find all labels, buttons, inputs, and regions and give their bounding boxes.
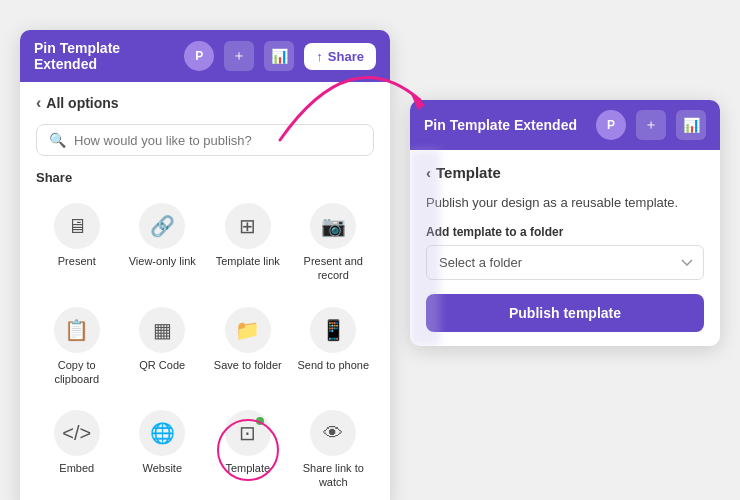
left-panel-body: ‹ All options 🔍 Share 🖥 Present 🔗 View-o… (20, 82, 390, 500)
right-template-panel: Pin Template Extended P ＋ 📊 ‹ Template P… (410, 100, 720, 346)
add-icon-btn[interactable]: ＋ (224, 41, 254, 71)
grid-item-template-label: Template (225, 461, 270, 475)
present-icon: 🖥 (54, 203, 100, 249)
grid-item-qr-code[interactable]: ▦ QR Code (122, 299, 204, 395)
grid-item-send-phone-label: Send to phone (297, 358, 369, 372)
grid-item-view-only[interactable]: 🔗 View-only link (122, 195, 204, 291)
embed-icon: </> (54, 410, 100, 456)
template-icon: ⊡ (225, 410, 271, 456)
section-share-label: Share (36, 170, 374, 185)
grid-item-share-watch-label: Share link to watch (297, 461, 371, 490)
grid-item-qr-code-label: QR Code (139, 358, 185, 372)
search-icon: 🔍 (49, 132, 66, 148)
present-record-icon: 📷 (310, 203, 356, 249)
grid-item-template[interactable]: ⊡ Template (207, 402, 289, 498)
grid-item-website[interactable]: 🌐 Website (122, 402, 204, 498)
qr-code-icon: ▦ (139, 307, 185, 353)
analytics-icon-btn[interactable]: 📊 (264, 41, 294, 71)
grid-item-present-label: Present (58, 254, 96, 268)
publish-template-button[interactable]: Publish template (426, 294, 704, 332)
folder-label: Add template to a folder (426, 225, 704, 239)
send-phone-icon: 📱 (310, 307, 356, 353)
right-panel-title: Pin Template Extended (424, 117, 586, 133)
right-avatar: P (596, 110, 626, 140)
grid-item-template-link-label: Template link (216, 254, 280, 268)
website-icon: 🌐 (139, 410, 185, 456)
template-link-icon: ⊞ (225, 203, 271, 249)
grid-item-copy-clipboard-label: Copy to clipboard (40, 358, 114, 387)
left-share-panel: Pin Template Extended P ＋ 📊 ↑ Share ‹ Al… (20, 30, 390, 500)
grid-item-save-folder[interactable]: 📁 Save to folder (207, 299, 289, 395)
grid-item-share-watch[interactable]: 👁 Share link to watch (293, 402, 375, 498)
blur-strip (410, 150, 440, 346)
grid-item-save-folder-label: Save to folder (214, 358, 282, 372)
share-options-grid: 🖥 Present 🔗 View-only link ⊞ Template li… (36, 195, 374, 498)
folder-select[interactable]: Select a folder (426, 245, 704, 280)
grid-item-copy-clipboard[interactable]: 📋 Copy to clipboard (36, 299, 118, 395)
grid-item-send-phone[interactable]: 📱 Send to phone (293, 299, 375, 395)
template-description: Publish your design as a reusable templa… (426, 193, 704, 213)
right-add-icon-btn[interactable]: ＋ (636, 110, 666, 140)
view-only-icon: 🔗 (139, 203, 185, 249)
grid-item-present-record[interactable]: 📷 Present and record (293, 195, 375, 291)
grid-item-present[interactable]: 🖥 Present (36, 195, 118, 291)
share-button[interactable]: ↑ Share (304, 43, 376, 70)
share-icon: ↑ (316, 49, 323, 64)
grid-item-website-label: Website (142, 461, 182, 475)
search-box[interactable]: 🔍 (36, 124, 374, 156)
green-dot-indicator (256, 417, 264, 425)
left-panel-header: Pin Template Extended P ＋ 📊 ↑ Share (20, 30, 390, 82)
grid-item-present-record-label: Present and record (297, 254, 371, 283)
save-folder-icon: 📁 (225, 307, 271, 353)
grid-item-view-only-label: View-only link (129, 254, 196, 268)
back-arrow-icon: ‹ (36, 94, 41, 112)
copy-clipboard-icon: 📋 (54, 307, 100, 353)
right-panel-header: Pin Template Extended P ＋ 📊 (410, 100, 720, 150)
right-panel-body: ‹ Template Publish your design as a reus… (410, 150, 720, 346)
search-input[interactable] (74, 133, 361, 148)
grid-item-embed[interactable]: </> Embed (36, 402, 118, 498)
left-panel-title: Pin Template Extended (34, 40, 174, 72)
grid-item-embed-label: Embed (59, 461, 94, 475)
grid-item-template-link[interactable]: ⊞ Template link (207, 195, 289, 291)
right-analytics-icon-btn[interactable]: 📊 (676, 110, 706, 140)
avatar: P (184, 41, 214, 71)
share-watch-icon: 👁 (310, 410, 356, 456)
back-link[interactable]: ‹ All options (36, 94, 374, 112)
right-back-link[interactable]: ‹ Template (426, 164, 704, 181)
